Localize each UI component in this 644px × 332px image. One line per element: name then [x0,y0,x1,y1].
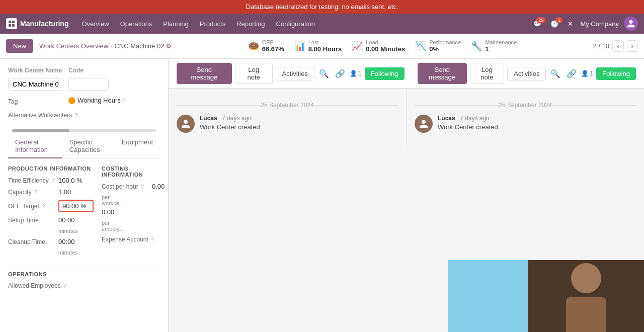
breadcrumb-separator: › [110,42,112,50]
code-input[interactable] [68,78,109,91]
load-label: Load [366,39,405,45]
alt-workcenters-label: Alternative Workcenters ? [8,110,78,119]
allowed-employees-row: Allowed Employees ? [8,282,160,289]
expense-account-row: Expense Account ? [102,236,165,243]
tab-general-information[interactable]: General Information [8,134,62,158]
cost2-row: 0.00 [102,208,165,216]
cost-per-hour-help: ? [141,184,144,190]
log-note-button-2[interactable]: Log note [470,63,504,84]
code-header: Code [68,67,84,74]
following-button[interactable]: Following [365,67,405,80]
left-panel: Work Center Name Code Tag Working Hours … [0,59,169,332]
search-chatter-icon[interactable]: 🔍 [317,67,331,80]
horizontal-scrollbar[interactable] [12,129,156,132]
maintenance-icon: 🔧 [471,41,482,52]
message-author-left: Lucas [200,115,217,122]
right-panel: Send message Log note Activities 🔍 🔗 👤 1… [169,59,644,147]
followers-badge: 👤 1 [350,70,362,77]
alt-help-icon: ? [75,112,78,118]
send-message-button[interactable]: Send message [177,63,232,84]
message-item-right: Lucas 7 days ago Work Center created [415,115,636,133]
link-icon-2[interactable]: 🔗 [565,67,578,80]
oee-target-value: 90.00 % [62,202,87,210]
message-avatar-left [177,115,195,133]
cost-per-hour-label: Cost per hour ? [102,183,152,190]
field-headers: Work Center Name Code [8,67,160,74]
cost-per-hour-value: 0.00 [152,183,165,190]
breadcrumb-bar: New Work Centers Overview › CNC Machine … [0,34,644,59]
oee-target-box[interactable]: 90.00 % [58,200,94,212]
capacity-row: Capacity ? 1.00 [8,188,94,196]
chat-icon-btn[interactable]: 💬 29 [531,18,543,30]
oee-chart-icon: 🍩 [248,41,259,52]
tag-row: Tag Working Hours ? [8,97,160,105]
maintenance-value: 1 [485,45,517,53]
cost2-unit: per employ... [102,220,165,232]
user-avatar[interactable] [624,17,638,31]
svg-rect-2 [9,24,11,27]
chatter-toolbar: Send message Log note Activities 🔍 🔗 👤 1… [169,59,644,89]
oee-item[interactable]: 🍩 OEE 66.67% [248,39,284,53]
nav-products[interactable]: Products [195,17,230,31]
main-content: Work Center Name Code Tag Working Hours … [0,59,644,332]
message-text-left: Work Center created [200,123,260,131]
followers-badge-2: 👤 1 [581,70,593,77]
activity-badge: 1 [555,17,562,23]
message-item-left: Lucas 7 days ago Work Center created [177,115,398,133]
capacity-help: ? [34,189,37,195]
chatter-tools: 🔍 🔗 👤 1 Following Send message Log note … [317,63,636,84]
send-message-button-2[interactable]: Send message [418,63,467,84]
message-author-right: Lucas [438,115,455,122]
video-overlay [448,260,644,332]
following-button-2[interactable]: Following [596,67,636,80]
brand[interactable]: Manufacturing [6,18,68,29]
cleanup-time-row: Cleanup Time 00:00 [8,238,94,245]
nav-configuration[interactable]: Configuration [271,17,320,31]
right-messages: 25 September 2024 Lucas 7 days ago Work … [406,89,644,147]
new-button[interactable]: New [6,39,33,53]
activity-icon-btn[interactable]: 🕐 1 [548,18,560,30]
settings-gear-icon[interactable]: ⚙ [166,43,172,50]
top-banner: Database neutralized for testing: no ema… [0,0,644,14]
cleanup-time-unit: minutes [58,250,94,256]
load-item[interactable]: 📈 Load 0.00 Minutes [352,39,405,53]
time-efficiency-row: Time Efficiency ? 100.0 % [8,177,94,184]
work-center-name-input[interactable] [8,78,63,91]
operations-title: OPERATIONS [8,271,160,277]
log-note-button[interactable]: Log note [235,63,273,84]
breadcrumb-current: CNC Machine 02 ⚙ [114,42,172,50]
close-icon-btn[interactable]: ✕ [566,18,575,30]
allowed-employees-label: Allowed Employees ? [8,282,66,289]
lost-item[interactable]: 📊 Lost 8.00 Hours [294,39,342,53]
nav-overview[interactable]: Overview [76,17,114,31]
message-avatar-right [415,115,433,133]
time-efficiency-label: Time Efficiency ? [8,177,58,184]
right-panel-container: Send message Log note Activities 🔍 🔗 👤 1… [169,59,644,332]
oee-target-label: OEE Target ? [8,203,58,210]
capacity-label: Capacity ? [8,189,58,196]
tab-specific-capacities[interactable]: Specific Capacities [62,134,115,158]
allowed-employees-help: ? [63,283,66,289]
prev-page-button[interactable]: ‹ [612,40,623,52]
nav-operations[interactable]: Operations [115,17,157,31]
setup-time-unit: minutes [58,228,94,234]
link-icon[interactable]: 🔗 [334,67,347,80]
tab-equipment[interactable]: Equipment [115,134,160,158]
performance-item[interactable]: 📉 Performance 0% [415,39,461,53]
nav-planning[interactable]: Planning [158,17,194,31]
search-chatter-icon-2[interactable]: 🔍 [549,67,562,80]
form-tabs: General Information Specific Capacities … [8,134,160,158]
setup-time-value: 00:00 [58,216,75,224]
maintenance-item[interactable]: 🔧 Maintenance 1 [471,39,517,53]
next-page-button[interactable]: › [627,40,638,52]
activities-button[interactable]: Activities [276,67,314,80]
svg-rect-3 [12,24,15,27]
company-name: My Company [580,20,619,28]
load-icon: 📈 [352,41,363,52]
performance-value: 0% [429,45,461,53]
nav-reporting[interactable]: Reporting [231,17,270,31]
breadcrumb-parent[interactable]: Work Centers Overview [39,42,108,50]
activities-button-2[interactable]: Activities [507,67,546,80]
load-value: 0.00 Minutes [366,45,405,53]
lost-value: 8.00 Hours [308,45,342,53]
